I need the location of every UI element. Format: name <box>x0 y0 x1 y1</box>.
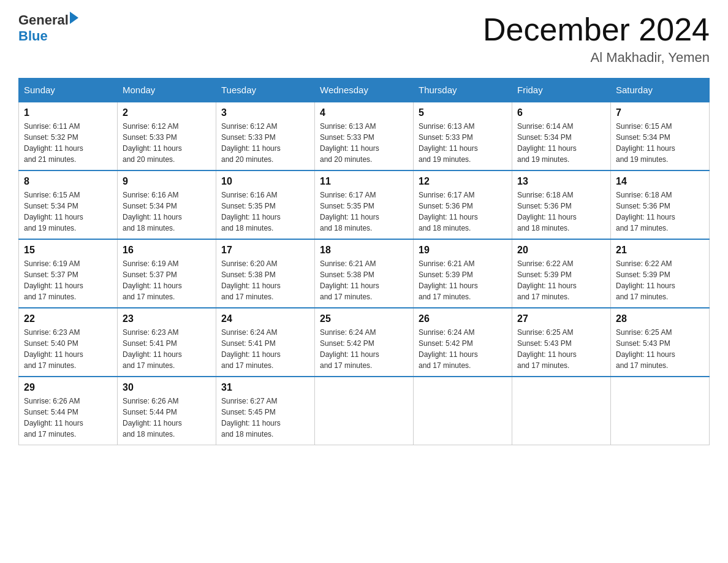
calendar-cell: 6Sunrise: 6:14 AM Sunset: 5:34 PM Daylig… <box>512 102 611 170</box>
day-number: 27 <box>517 313 605 324</box>
week-row-5: 29Sunrise: 6:26 AM Sunset: 5:44 PM Dayli… <box>19 377 710 445</box>
day-info: Sunrise: 6:21 AM Sunset: 5:38 PM Dayligh… <box>320 259 379 301</box>
calendar-cell: 18Sunrise: 6:21 AM Sunset: 5:38 PM Dayli… <box>315 239 414 308</box>
calendar-cell: 22Sunrise: 6:23 AM Sunset: 5:40 PM Dayli… <box>19 308 118 377</box>
weekday-header-sunday: Sunday <box>19 79 118 102</box>
day-number: 1 <box>24 107 112 118</box>
day-number: 22 <box>24 313 112 324</box>
day-info: Sunrise: 6:24 AM Sunset: 5:42 PM Dayligh… <box>419 328 478 370</box>
day-number: 18 <box>320 245 408 256</box>
calendar-cell: 10Sunrise: 6:16 AM Sunset: 5:35 PM Dayli… <box>216 170 315 239</box>
week-row-4: 22Sunrise: 6:23 AM Sunset: 5:40 PM Dayli… <box>19 308 710 377</box>
day-number: 23 <box>123 313 211 324</box>
weekday-header-tuesday: Tuesday <box>216 79 315 102</box>
day-info: Sunrise: 6:17 AM Sunset: 5:36 PM Dayligh… <box>419 191 478 232</box>
day-number: 7 <box>616 107 704 118</box>
calendar-cell <box>414 377 512 445</box>
day-info: Sunrise: 6:27 AM Sunset: 5:45 PM Dayligh… <box>221 397 281 439</box>
day-info: Sunrise: 6:15 AM Sunset: 5:34 PM Dayligh… <box>616 122 675 164</box>
day-info: Sunrise: 6:19 AM Sunset: 5:37 PM Dayligh… <box>24 259 83 301</box>
calendar-cell: 5Sunrise: 6:13 AM Sunset: 5:33 PM Daylig… <box>414 102 512 170</box>
day-number: 14 <box>616 176 704 187</box>
day-number: 11 <box>320 176 408 187</box>
day-info: Sunrise: 6:16 AM Sunset: 5:35 PM Dayligh… <box>221 191 281 232</box>
calendar-cell: 16Sunrise: 6:19 AM Sunset: 5:37 PM Dayli… <box>118 239 216 308</box>
day-number: 9 <box>123 176 211 187</box>
calendar-cell: 9Sunrise: 6:16 AM Sunset: 5:34 PM Daylig… <box>118 170 216 239</box>
calendar-cell <box>512 377 611 445</box>
calendar-cell: 19Sunrise: 6:21 AM Sunset: 5:39 PM Dayli… <box>414 239 512 308</box>
day-info: Sunrise: 6:26 AM Sunset: 5:44 PM Dayligh… <box>24 397 83 439</box>
day-info: Sunrise: 6:18 AM Sunset: 5:36 PM Dayligh… <box>616 191 675 232</box>
calendar-table: SundayMondayTuesdayWednesdayThursdayFrid… <box>18 78 710 445</box>
calendar-cell: 25Sunrise: 6:24 AM Sunset: 5:42 PM Dayli… <box>315 308 414 377</box>
day-number: 26 <box>419 313 507 324</box>
week-row-3: 15Sunrise: 6:19 AM Sunset: 5:37 PM Dayli… <box>19 239 710 308</box>
logo-general-text: General <box>18 12 69 28</box>
calendar-cell <box>315 377 414 445</box>
weekday-header-saturday: Saturday <box>611 79 710 102</box>
calendar-cell: 13Sunrise: 6:18 AM Sunset: 5:36 PM Dayli… <box>512 170 611 239</box>
day-number: 3 <box>221 107 309 118</box>
day-info: Sunrise: 6:14 AM Sunset: 5:34 PM Dayligh… <box>517 122 577 164</box>
calendar-cell: 7Sunrise: 6:15 AM Sunset: 5:34 PM Daylig… <box>611 102 710 170</box>
day-number: 24 <box>221 313 309 324</box>
weekday-header-monday: Monday <box>118 79 216 102</box>
day-number: 5 <box>419 107 507 118</box>
calendar-cell: 3Sunrise: 6:12 AM Sunset: 5:33 PM Daylig… <box>216 102 315 170</box>
calendar-cell: 27Sunrise: 6:25 AM Sunset: 5:43 PM Dayli… <box>512 308 611 377</box>
day-info: Sunrise: 6:23 AM Sunset: 5:40 PM Dayligh… <box>24 328 83 370</box>
week-row-1: 1Sunrise: 6:11 AM Sunset: 5:32 PM Daylig… <box>19 102 710 170</box>
calendar-cell: 2Sunrise: 6:12 AM Sunset: 5:33 PM Daylig… <box>118 102 216 170</box>
day-number: 21 <box>616 245 704 256</box>
day-number: 25 <box>320 313 408 324</box>
day-number: 28 <box>616 313 704 324</box>
weekday-header-row: SundayMondayTuesdayWednesdayThursdayFrid… <box>19 79 710 102</box>
day-number: 8 <box>24 176 112 187</box>
day-number: 16 <box>123 245 211 256</box>
day-number: 13 <box>517 176 605 187</box>
calendar-cell: 12Sunrise: 6:17 AM Sunset: 5:36 PM Dayli… <box>414 170 512 239</box>
weekday-header-friday: Friday <box>512 79 611 102</box>
calendar-cell: 21Sunrise: 6:22 AM Sunset: 5:39 PM Dayli… <box>611 239 710 308</box>
day-number: 31 <box>221 382 309 393</box>
week-row-2: 8Sunrise: 6:15 AM Sunset: 5:34 PM Daylig… <box>19 170 710 239</box>
weekday-header-wednesday: Wednesday <box>315 79 414 102</box>
page-header: General Blue December 2024 Al Makhadir, … <box>18 12 710 66</box>
calendar-cell: 20Sunrise: 6:22 AM Sunset: 5:39 PM Dayli… <box>512 239 611 308</box>
day-number: 10 <box>221 176 309 187</box>
day-number: 20 <box>517 245 605 256</box>
calendar-cell <box>611 377 710 445</box>
day-number: 4 <box>320 107 408 118</box>
day-number: 17 <box>221 245 309 256</box>
day-info: Sunrise: 6:24 AM Sunset: 5:41 PM Dayligh… <box>221 328 281 370</box>
day-info: Sunrise: 6:22 AM Sunset: 5:39 PM Dayligh… <box>517 259 577 301</box>
calendar-cell: 8Sunrise: 6:15 AM Sunset: 5:34 PM Daylig… <box>19 170 118 239</box>
calendar-cell: 15Sunrise: 6:19 AM Sunset: 5:37 PM Dayli… <box>19 239 118 308</box>
logo-blue-text: Blue <box>18 28 78 44</box>
logo: General Blue <box>18 12 78 44</box>
day-info: Sunrise: 6:26 AM Sunset: 5:44 PM Dayligh… <box>123 397 182 439</box>
day-info: Sunrise: 6:25 AM Sunset: 5:43 PM Dayligh… <box>517 328 577 370</box>
calendar-cell: 17Sunrise: 6:20 AM Sunset: 5:38 PM Dayli… <box>216 239 315 308</box>
calendar-cell: 28Sunrise: 6:25 AM Sunset: 5:43 PM Dayli… <box>611 308 710 377</box>
day-number: 6 <box>517 107 605 118</box>
day-info: Sunrise: 6:13 AM Sunset: 5:33 PM Dayligh… <box>419 122 478 164</box>
calendar-cell: 30Sunrise: 6:26 AM Sunset: 5:44 PM Dayli… <box>118 377 216 445</box>
day-info: Sunrise: 6:23 AM Sunset: 5:41 PM Dayligh… <box>123 328 182 370</box>
calendar-cell: 4Sunrise: 6:13 AM Sunset: 5:33 PM Daylig… <box>315 102 414 170</box>
title-area: December 2024 Al Makhadir, Yemen <box>483 12 710 66</box>
day-number: 29 <box>24 382 112 393</box>
day-info: Sunrise: 6:22 AM Sunset: 5:39 PM Dayligh… <box>616 259 675 301</box>
day-info: Sunrise: 6:11 AM Sunset: 5:32 PM Dayligh… <box>24 122 83 164</box>
day-info: Sunrise: 6:15 AM Sunset: 5:34 PM Dayligh… <box>24 191 83 232</box>
logo-arrow-icon <box>70 12 78 24</box>
day-number: 15 <box>24 245 112 256</box>
day-info: Sunrise: 6:19 AM Sunset: 5:37 PM Dayligh… <box>123 259 182 301</box>
day-number: 12 <box>419 176 507 187</box>
day-info: Sunrise: 6:13 AM Sunset: 5:33 PM Dayligh… <box>320 122 379 164</box>
calendar-cell: 29Sunrise: 6:26 AM Sunset: 5:44 PM Dayli… <box>19 377 118 445</box>
location-title: Al Makhadir, Yemen <box>483 50 710 66</box>
day-info: Sunrise: 6:25 AM Sunset: 5:43 PM Dayligh… <box>616 328 675 370</box>
calendar-cell: 23Sunrise: 6:23 AM Sunset: 5:41 PM Dayli… <box>118 308 216 377</box>
